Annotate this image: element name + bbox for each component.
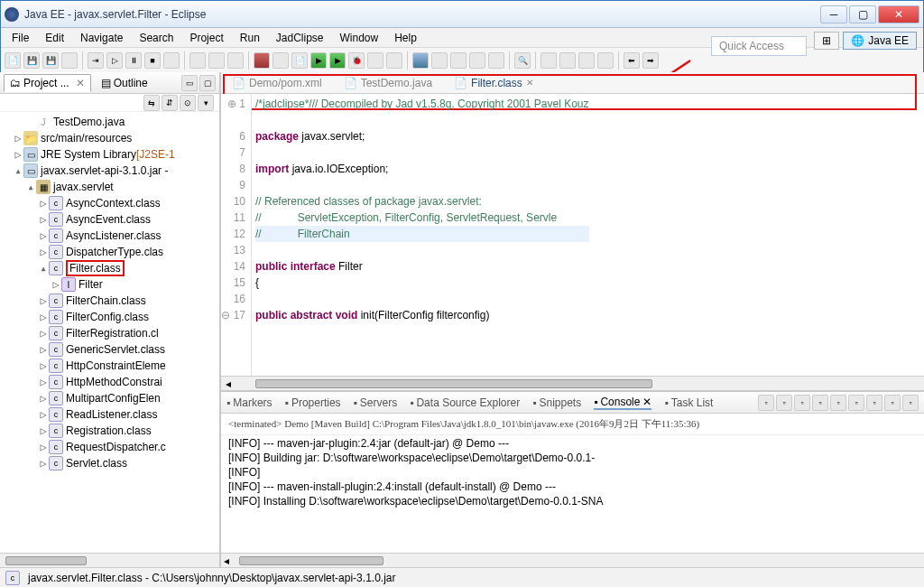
menu-edit[interactable]: Edit xyxy=(38,30,71,46)
tab-snippets[interactable]: ▪Snippets xyxy=(532,396,581,409)
editor-tab[interactable]: 📄Filter.class✕ xyxy=(448,75,539,91)
tool-button[interactable] xyxy=(273,52,289,69)
maximize-button[interactable]: ▢ xyxy=(849,5,876,23)
save-button[interactable]: 💾 xyxy=(23,52,40,69)
terminate-button[interactable] xyxy=(254,52,270,69)
horizontal-scrollbar[interactable] xyxy=(0,553,219,567)
scroll-lock-button[interactable]: ▫ xyxy=(812,395,828,411)
menu-window[interactable]: Window xyxy=(333,30,386,46)
tool-button[interactable] xyxy=(469,52,485,69)
tree-node[interactable]: ▷cMultipartConfigElen xyxy=(0,390,219,406)
tab-task-list[interactable]: ▪Task List xyxy=(664,396,713,409)
tree-node[interactable]: ▴cFilter.class xyxy=(0,260,219,276)
tab-markers[interactable]: ▪Markers xyxy=(226,396,273,409)
expand-toggle[interactable]: ▷ xyxy=(38,294,49,307)
tool-button[interactable] xyxy=(578,52,595,69)
tab-outline[interactable]: ▤ Outline xyxy=(95,74,154,92)
tree-node[interactable]: ▷cFilterRegistration.cl xyxy=(0,325,219,341)
tree-node[interactable]: JTestDemo.java xyxy=(0,114,219,130)
editor-scrollbar[interactable]: ◂ xyxy=(221,376,924,390)
expand-toggle[interactable]: ▷ xyxy=(38,376,49,388)
menu-help[interactable]: Help xyxy=(387,30,424,46)
resume-button[interactable]: ▷ xyxy=(106,52,123,69)
console-output[interactable]: [INFO] --- maven-jar-plugin:2.4:jar (def… xyxy=(221,435,924,553)
tool-button[interactable]: 📄 xyxy=(291,52,308,69)
quick-access[interactable]: Quick Access xyxy=(711,36,807,56)
focus-button[interactable]: ⊙ xyxy=(180,95,196,111)
tree-node[interactable]: ▷cAsyncContext.class xyxy=(0,195,219,211)
tool-button[interactable] xyxy=(189,52,206,69)
pin-button[interactable]: ▫ xyxy=(830,395,846,411)
expand-toggle[interactable]: ▷ xyxy=(38,424,49,437)
tool-button[interactable] xyxy=(488,52,504,69)
link-editor-button[interactable]: ⇵ xyxy=(162,95,178,111)
tree-node[interactable]: ▷📁src/main/resources xyxy=(0,130,219,146)
tree-node[interactable]: ▷cAsyncEvent.class xyxy=(0,211,219,228)
editor-tab[interactable]: 📄TestDemo.java xyxy=(338,75,438,91)
print-button[interactable] xyxy=(61,52,78,69)
debug-step-button[interactable]: ⇥ xyxy=(88,52,104,69)
tree-node[interactable]: ▷▭JRE System Library [J2SE-1 xyxy=(0,146,219,163)
tool-button[interactable] xyxy=(227,52,244,69)
new-server-button[interactable] xyxy=(412,52,429,69)
expand-toggle[interactable]: ▷ xyxy=(38,197,49,210)
maximize-view-button[interactable]: ▢ xyxy=(199,75,216,91)
minimize-button[interactable]: ─ xyxy=(820,5,847,23)
menu-search[interactable]: Search xyxy=(132,30,180,46)
project-tree[interactable]: JTestDemo.java▷📁src/main/resources▷▭JRE … xyxy=(0,112,219,553)
tab-project-explorer[interactable]: 🗂 Project ... ✕ xyxy=(4,74,91,92)
close-button[interactable]: ✕ xyxy=(878,5,919,23)
tool-button[interactable] xyxy=(208,52,225,69)
expand-toggle[interactable]: ▷ xyxy=(38,246,49,258)
expand-toggle[interactable]: ▷ xyxy=(38,213,49,226)
external-tools-button[interactable] xyxy=(386,52,402,69)
expand-toggle[interactable]: ▷ xyxy=(38,392,49,405)
expand-toggle[interactable]: ▷ xyxy=(13,132,23,144)
view-menu-button[interactable]: ▾ xyxy=(198,95,214,111)
tool-button[interactable] xyxy=(559,52,576,69)
expand-toggle[interactable]: ▷ xyxy=(38,311,49,323)
tab-servers[interactable]: ▪Servers xyxy=(354,396,398,409)
expand-toggle[interactable]: ▷ xyxy=(38,229,49,242)
expand-toggle[interactable]: ▷ xyxy=(51,278,61,291)
menu-run[interactable]: Run xyxy=(233,30,267,46)
minimize-view-button[interactable]: ▭ xyxy=(181,75,198,91)
tree-node[interactable]: ▷cDispatcherType.clas xyxy=(0,244,219,260)
menu-jadclipse[interactable]: JadClipse xyxy=(269,30,331,46)
tool-button[interactable] xyxy=(597,52,614,69)
tree-node[interactable]: ▷cRegistration.class xyxy=(0,423,219,439)
tree-node[interactable]: ▷cGenericServlet.class xyxy=(0,341,219,358)
tree-node[interactable]: ▷cHttpConstraintEleme xyxy=(0,358,219,374)
stop-button[interactable]: ■ xyxy=(144,52,161,69)
back-button[interactable]: ⬅ xyxy=(624,52,640,69)
tree-node[interactable]: ▷cFilterConfig.class xyxy=(0,309,219,325)
tool-button[interactable] xyxy=(450,52,467,69)
tab-data-source-explorer[interactable]: ▪Data Source Explorer xyxy=(410,396,520,409)
expand-toggle[interactable]: ▷ xyxy=(38,408,49,421)
search-button[interactable]: 🔍 xyxy=(514,52,531,69)
coverage-button[interactable] xyxy=(367,52,383,69)
max-button[interactable]: ▫ xyxy=(902,395,919,411)
new-button[interactable]: 📄 xyxy=(5,52,21,69)
menu-navigate[interactable]: Navigate xyxy=(73,30,130,46)
expand-toggle[interactable]: ▷ xyxy=(38,359,49,372)
tree-node[interactable]: ▷cAsyncListener.class xyxy=(0,228,219,244)
disconnect-button[interactable] xyxy=(163,52,180,69)
tool-button[interactable] xyxy=(431,52,448,69)
tree-node[interactable]: ▷cRequestDispatcher.c xyxy=(0,439,219,455)
menu-file[interactable]: File xyxy=(5,30,36,46)
collapse-all-button[interactable]: ⇆ xyxy=(143,95,160,111)
tree-node[interactable]: ▷cFilterChain.class xyxy=(0,293,219,309)
expand-toggle[interactable]: ▴ xyxy=(13,164,23,177)
console-scrollbar[interactable]: ◂ xyxy=(221,553,924,567)
perspective-javaee[interactable]: 🌐 Java EE xyxy=(843,32,917,50)
open-console-button[interactable]: ▫ xyxy=(866,395,882,411)
source-editor[interactable]: ⊕ 1678910111213141516⊖ 17 /*jadclipse*//… xyxy=(221,94,924,376)
clear-button[interactable]: ▫ xyxy=(794,395,810,411)
tool-button[interactable] xyxy=(541,52,557,69)
expand-toggle[interactable]: ▷ xyxy=(38,457,49,470)
close-icon[interactable]: ✕ xyxy=(526,78,533,88)
forward-button[interactable]: ➡ xyxy=(642,52,659,69)
expand-toggle[interactable]: ▷ xyxy=(13,148,23,161)
expand-toggle[interactable]: ▷ xyxy=(38,343,49,356)
